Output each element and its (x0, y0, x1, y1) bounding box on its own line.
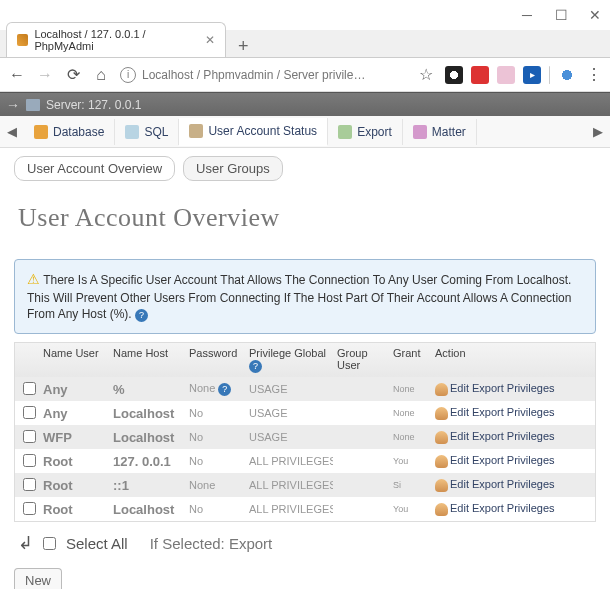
cell-host: Localhost (109, 402, 185, 425)
help-icon[interactable]: ? (135, 309, 148, 322)
separator (549, 66, 550, 84)
row-action-link[interactable]: Edit Export Privileges (450, 406, 555, 418)
tab-export[interactable]: Export (328, 119, 403, 145)
cell-privilege: USAGE (245, 379, 333, 399)
col-group[interactable]: Group User (333, 343, 389, 377)
col-grant[interactable]: Grant (389, 343, 431, 377)
row-checkbox[interactable] (23, 502, 36, 515)
tab-matter[interactable]: Matter (403, 119, 477, 145)
home-icon[interactable]: ⌂ (92, 66, 110, 84)
cell-actions: Edit Export Privileges (431, 474, 581, 496)
row-checkbox[interactable] (23, 382, 36, 395)
select-all-checkbox[interactable] (43, 537, 56, 550)
cell-password: None (185, 475, 245, 495)
cell-password: No (185, 451, 245, 471)
new-section: New Add User Accounts (14, 568, 596, 589)
back-icon[interactable]: ← (8, 66, 26, 84)
table-row: Root::1NoneALL PRIVILEGESSiEdit Export P… (15, 473, 595, 497)
cell-host: Localhost (109, 498, 185, 521)
url-text: Localhost / Phpmvadmin / Server privile… (142, 68, 365, 82)
col-host[interactable]: Name Host (109, 343, 185, 377)
cell-grant: None (389, 404, 431, 422)
cell-grant: None (389, 428, 431, 446)
edit-user-icon[interactable] (435, 479, 448, 492)
minimize-icon[interactable]: ─ (520, 8, 534, 22)
star-icon[interactable]: ☆ (417, 66, 435, 84)
cell-host: % (109, 378, 185, 401)
toolbar-prev-icon[interactable]: ◀ (0, 124, 24, 139)
row-action-link[interactable]: Edit Export Privileges (450, 430, 555, 442)
edit-user-icon[interactable] (435, 455, 448, 468)
row-action-link[interactable]: Edit Export Privileges (450, 478, 555, 490)
table-row: WFPLocalhostNoUSAGENoneEdit Export Privi… (15, 425, 595, 449)
collapse-icon[interactable]: → (6, 97, 20, 113)
help-icon[interactable]: ? (218, 383, 231, 396)
forward-icon[interactable]: → (36, 66, 54, 84)
toolbar-next-icon[interactable]: ▶ (586, 124, 610, 139)
row-checkbox[interactable] (23, 478, 36, 491)
cell-group (333, 409, 389, 417)
export-icon (338, 125, 352, 139)
cell-actions: Edit Export Privileges (431, 450, 581, 472)
col-password[interactable]: Password (185, 343, 245, 377)
subtab-overview[interactable]: User Account Overview (14, 156, 175, 181)
row-checkbox[interactable] (23, 454, 36, 467)
row-action-link[interactable]: Edit Export Privileges (450, 502, 555, 514)
help-icon[interactable]: ? (249, 360, 262, 373)
table-row: RootLocalhostNoALL PRIVILEGESYouEdit Exp… (15, 497, 595, 521)
users-table: Name User Name Host Password Privilege G… (14, 342, 596, 522)
url-bar[interactable]: i Localhost / Phpmvadmin / Server privil… (120, 67, 407, 83)
browser-tabbar: Localhost / 127. 0.0.1 / PhpMyAdmi ✕ + (0, 30, 610, 58)
select-all-label[interactable]: Select All (66, 535, 128, 552)
maximize-icon[interactable]: ☐ (554, 8, 568, 22)
server-label: Server: 127. 0.0.1 (46, 98, 141, 112)
if-selected-label[interactable]: If Selected: Export (150, 535, 273, 552)
edit-user-icon[interactable] (435, 431, 448, 444)
edit-user-icon[interactable] (435, 503, 448, 516)
row-action-link[interactable]: Edit Export Privileges (450, 454, 555, 466)
extension-icon[interactable] (471, 66, 489, 84)
cell-privilege: USAGE (245, 403, 333, 423)
row-checkbox[interactable] (23, 430, 36, 443)
tab-title: Localhost / 127. 0.0.1 / PhpMyAdmi (34, 28, 199, 52)
database-icon (34, 125, 48, 139)
sql-icon (125, 125, 139, 139)
cell-actions: Edit Export Privileges (431, 402, 581, 424)
subtab-groups[interactable]: User Groups (183, 156, 283, 181)
profile-icon[interactable] (558, 66, 576, 84)
cell-actions: Edit Export Privileges (431, 498, 581, 520)
pma-toolbar: ◀ Database SQL User Account Status Expor… (0, 116, 610, 148)
cell-actions: Edit Export Privileges (431, 378, 581, 400)
edit-user-icon[interactable] (435, 383, 448, 396)
extension-icon[interactable] (497, 66, 515, 84)
col-user[interactable]: Name User (39, 343, 109, 377)
notice-box: ⚠ There Is A Specific User Account That … (14, 259, 596, 334)
reload-icon[interactable]: ⟳ (64, 66, 82, 84)
row-action-link[interactable]: Edit Export Privileges (450, 382, 555, 394)
col-action: Action (431, 343, 581, 377)
tab-sql[interactable]: SQL (115, 119, 179, 145)
cell-user: Any (39, 378, 109, 401)
row-checkbox[interactable] (23, 406, 36, 419)
browser-tab[interactable]: Localhost / 127. 0.0.1 / PhpMyAdmi ✕ (6, 22, 226, 57)
cell-privilege: ALL PRIVILEGES (245, 499, 333, 519)
cell-password: No (185, 427, 245, 447)
new-badge: New (14, 568, 62, 589)
col-privilege[interactable]: Privilege Global ? (245, 343, 333, 377)
edit-user-icon[interactable] (435, 407, 448, 420)
favicon-icon (17, 34, 28, 46)
tab-database[interactable]: Database (24, 119, 115, 145)
cell-group (333, 457, 389, 465)
page-title: User Account Overview (0, 189, 610, 253)
tab-close-icon[interactable]: ✕ (205, 33, 215, 47)
close-icon[interactable]: ✕ (588, 8, 602, 22)
extension-icon[interactable]: ▸ (523, 66, 541, 84)
tab-user-accounts[interactable]: User Account Status (179, 118, 328, 146)
cell-password: None ? (185, 378, 245, 400)
extension-icon[interactable] (445, 66, 463, 84)
menu-icon[interactable]: ⋮ (586, 65, 602, 84)
cell-actions: Edit Export Privileges (431, 426, 581, 448)
browser-navbar: ← → ⟳ ⌂ i Localhost / Phpmvadmin / Serve… (0, 58, 610, 92)
new-tab-button[interactable]: + (232, 36, 255, 57)
site-info-icon[interactable]: i (120, 67, 136, 83)
